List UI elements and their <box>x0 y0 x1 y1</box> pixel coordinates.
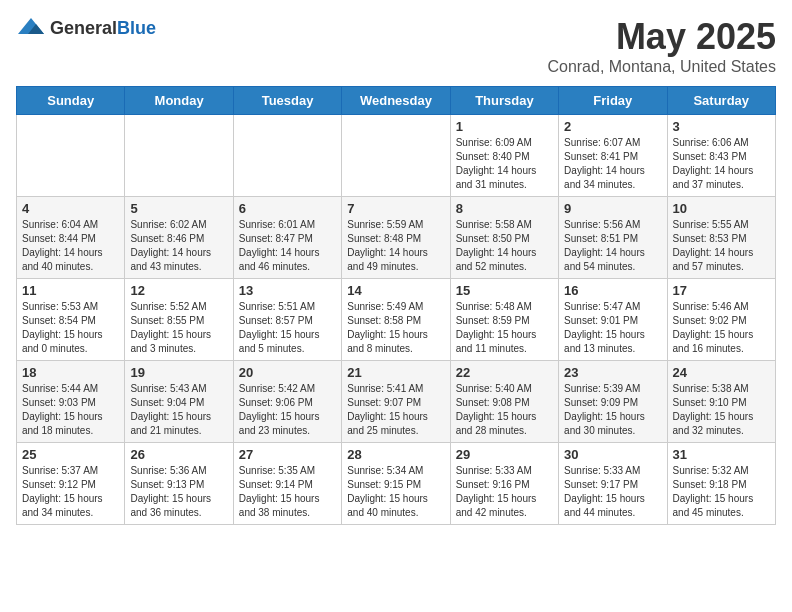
day-info: Sunrise: 6:09 AMSunset: 8:40 PMDaylight:… <box>456 136 553 192</box>
calendar-cell-5-4: 28Sunrise: 5:34 AMSunset: 9:15 PMDayligh… <box>342 443 450 525</box>
calendar-cell-4-6: 23Sunrise: 5:39 AMSunset: 9:09 PMDayligh… <box>559 361 667 443</box>
day-info: Sunrise: 5:53 AMSunset: 8:54 PMDaylight:… <box>22 300 119 356</box>
day-number: 29 <box>456 447 553 462</box>
day-info: Sunrise: 6:07 AMSunset: 8:41 PMDaylight:… <box>564 136 661 192</box>
week-row-2: 4Sunrise: 6:04 AMSunset: 8:44 PMDaylight… <box>17 197 776 279</box>
day-info: Sunrise: 5:34 AMSunset: 9:15 PMDaylight:… <box>347 464 444 520</box>
day-number: 6 <box>239 201 336 216</box>
day-info: Sunrise: 6:04 AMSunset: 8:44 PMDaylight:… <box>22 218 119 274</box>
day-info: Sunrise: 5:32 AMSunset: 9:18 PMDaylight:… <box>673 464 770 520</box>
calendar-cell-3-4: 14Sunrise: 5:49 AMSunset: 8:58 PMDayligh… <box>342 279 450 361</box>
calendar-cell-4-4: 21Sunrise: 5:41 AMSunset: 9:07 PMDayligh… <box>342 361 450 443</box>
day-info: Sunrise: 5:43 AMSunset: 9:04 PMDaylight:… <box>130 382 227 438</box>
day-number: 30 <box>564 447 661 462</box>
logo: GeneralBlue <box>16 16 156 40</box>
day-info: Sunrise: 5:56 AMSunset: 8:51 PMDaylight:… <box>564 218 661 274</box>
calendar-cell-2-5: 8Sunrise: 5:58 AMSunset: 8:50 PMDaylight… <box>450 197 558 279</box>
day-number: 26 <box>130 447 227 462</box>
day-number: 28 <box>347 447 444 462</box>
col-saturday: Saturday <box>667 87 775 115</box>
col-monday: Monday <box>125 87 233 115</box>
day-number: 7 <box>347 201 444 216</box>
week-row-1: 1Sunrise: 6:09 AMSunset: 8:40 PMDaylight… <box>17 115 776 197</box>
day-info: Sunrise: 5:55 AMSunset: 8:53 PMDaylight:… <box>673 218 770 274</box>
calendar-cell-3-6: 16Sunrise: 5:47 AMSunset: 9:01 PMDayligh… <box>559 279 667 361</box>
day-number: 21 <box>347 365 444 380</box>
day-info: Sunrise: 5:51 AMSunset: 8:57 PMDaylight:… <box>239 300 336 356</box>
day-info: Sunrise: 5:40 AMSunset: 9:08 PMDaylight:… <box>456 382 553 438</box>
calendar-cell-5-5: 29Sunrise: 5:33 AMSunset: 9:16 PMDayligh… <box>450 443 558 525</box>
calendar-cell-1-1 <box>17 115 125 197</box>
col-wednesday: Wednesday <box>342 87 450 115</box>
calendar-cell-1-7: 3Sunrise: 6:06 AMSunset: 8:43 PMDaylight… <box>667 115 775 197</box>
day-number: 18 <box>22 365 119 380</box>
day-number: 4 <box>22 201 119 216</box>
day-info: Sunrise: 5:33 AMSunset: 9:16 PMDaylight:… <box>456 464 553 520</box>
day-number: 5 <box>130 201 227 216</box>
calendar-cell-3-2: 12Sunrise: 5:52 AMSunset: 8:55 PMDayligh… <box>125 279 233 361</box>
day-number: 23 <box>564 365 661 380</box>
page-header: GeneralBlue May 2025 Conrad, Montana, Un… <box>16 16 776 76</box>
calendar-table: Sunday Monday Tuesday Wednesday Thursday… <box>16 86 776 525</box>
day-number: 1 <box>456 119 553 134</box>
day-info: Sunrise: 5:48 AMSunset: 8:59 PMDaylight:… <box>456 300 553 356</box>
calendar-cell-5-7: 31Sunrise: 5:32 AMSunset: 9:18 PMDayligh… <box>667 443 775 525</box>
calendar-header-row: Sunday Monday Tuesday Wednesday Thursday… <box>17 87 776 115</box>
day-info: Sunrise: 5:37 AMSunset: 9:12 PMDaylight:… <box>22 464 119 520</box>
day-info: Sunrise: 5:52 AMSunset: 8:55 PMDaylight:… <box>130 300 227 356</box>
calendar-cell-5-2: 26Sunrise: 5:36 AMSunset: 9:13 PMDayligh… <box>125 443 233 525</box>
calendar-cell-1-6: 2Sunrise: 6:07 AMSunset: 8:41 PMDaylight… <box>559 115 667 197</box>
day-info: Sunrise: 6:06 AMSunset: 8:43 PMDaylight:… <box>673 136 770 192</box>
week-row-3: 11Sunrise: 5:53 AMSunset: 8:54 PMDayligh… <box>17 279 776 361</box>
day-info: Sunrise: 5:47 AMSunset: 9:01 PMDaylight:… <box>564 300 661 356</box>
day-number: 3 <box>673 119 770 134</box>
calendar-cell-1-2 <box>125 115 233 197</box>
logo-text: GeneralBlue <box>50 18 156 39</box>
day-number: 8 <box>456 201 553 216</box>
calendar-cell-5-1: 25Sunrise: 5:37 AMSunset: 9:12 PMDayligh… <box>17 443 125 525</box>
day-number: 20 <box>239 365 336 380</box>
week-row-5: 25Sunrise: 5:37 AMSunset: 9:12 PMDayligh… <box>17 443 776 525</box>
day-info: Sunrise: 5:49 AMSunset: 8:58 PMDaylight:… <box>347 300 444 356</box>
day-number: 9 <box>564 201 661 216</box>
day-number: 17 <box>673 283 770 298</box>
day-number: 27 <box>239 447 336 462</box>
logo-general: General <box>50 18 117 38</box>
day-info: Sunrise: 5:44 AMSunset: 9:03 PMDaylight:… <box>22 382 119 438</box>
col-friday: Friday <box>559 87 667 115</box>
day-number: 16 <box>564 283 661 298</box>
day-number: 15 <box>456 283 553 298</box>
calendar-cell-2-6: 9Sunrise: 5:56 AMSunset: 8:51 PMDaylight… <box>559 197 667 279</box>
calendar-cell-5-6: 30Sunrise: 5:33 AMSunset: 9:17 PMDayligh… <box>559 443 667 525</box>
calendar-cell-1-4 <box>342 115 450 197</box>
calendar-cell-4-1: 18Sunrise: 5:44 AMSunset: 9:03 PMDayligh… <box>17 361 125 443</box>
day-info: Sunrise: 5:58 AMSunset: 8:50 PMDaylight:… <box>456 218 553 274</box>
day-info: Sunrise: 5:59 AMSunset: 8:48 PMDaylight:… <box>347 218 444 274</box>
calendar-cell-1-5: 1Sunrise: 6:09 AMSunset: 8:40 PMDaylight… <box>450 115 558 197</box>
week-row-4: 18Sunrise: 5:44 AMSunset: 9:03 PMDayligh… <box>17 361 776 443</box>
day-info: Sunrise: 5:38 AMSunset: 9:10 PMDaylight:… <box>673 382 770 438</box>
calendar-cell-1-3 <box>233 115 341 197</box>
day-number: 11 <box>22 283 119 298</box>
col-sunday: Sunday <box>17 87 125 115</box>
day-info: Sunrise: 5:36 AMSunset: 9:13 PMDaylight:… <box>130 464 227 520</box>
day-info: Sunrise: 5:35 AMSunset: 9:14 PMDaylight:… <box>239 464 336 520</box>
calendar-cell-3-1: 11Sunrise: 5:53 AMSunset: 8:54 PMDayligh… <box>17 279 125 361</box>
day-number: 24 <box>673 365 770 380</box>
logo-icon <box>16 16 46 40</box>
calendar-cell-3-3: 13Sunrise: 5:51 AMSunset: 8:57 PMDayligh… <box>233 279 341 361</box>
location-subtitle: Conrad, Montana, United States <box>547 58 776 76</box>
calendar-cell-3-5: 15Sunrise: 5:48 AMSunset: 8:59 PMDayligh… <box>450 279 558 361</box>
day-number: 19 <box>130 365 227 380</box>
day-number: 13 <box>239 283 336 298</box>
logo-blue: Blue <box>117 18 156 38</box>
calendar-cell-2-7: 10Sunrise: 5:55 AMSunset: 8:53 PMDayligh… <box>667 197 775 279</box>
calendar-cell-2-3: 6Sunrise: 6:01 AMSunset: 8:47 PMDaylight… <box>233 197 341 279</box>
day-number: 22 <box>456 365 553 380</box>
day-info: Sunrise: 5:39 AMSunset: 9:09 PMDaylight:… <box>564 382 661 438</box>
month-year-title: May 2025 <box>547 16 776 58</box>
calendar-cell-2-2: 5Sunrise: 6:02 AMSunset: 8:46 PMDaylight… <box>125 197 233 279</box>
col-tuesday: Tuesday <box>233 87 341 115</box>
calendar-cell-2-1: 4Sunrise: 6:04 AMSunset: 8:44 PMDaylight… <box>17 197 125 279</box>
title-area: May 2025 Conrad, Montana, United States <box>547 16 776 76</box>
